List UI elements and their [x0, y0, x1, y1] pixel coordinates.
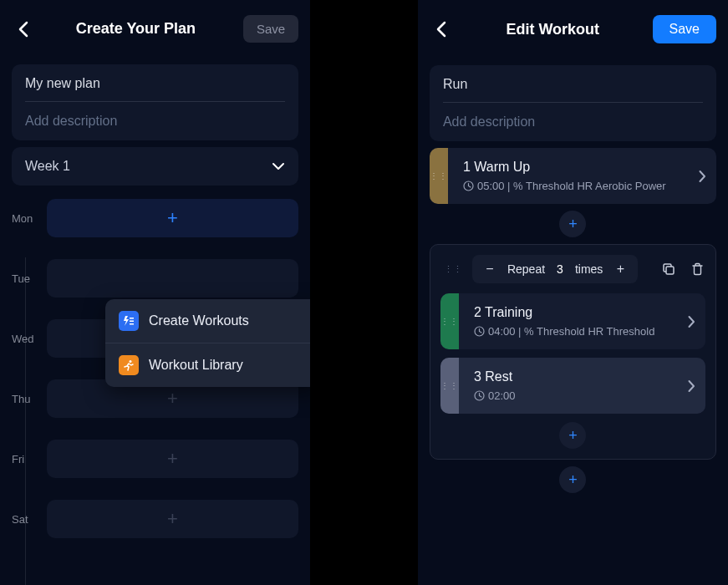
- timeline-rule: [25, 257, 26, 585]
- week-label: Week 1: [25, 159, 70, 174]
- chevron-right-icon: [688, 379, 695, 393]
- day-label: Sat: [12, 513, 47, 526]
- decrement-button[interactable]: −: [481, 260, 499, 278]
- back-button[interactable]: [12, 18, 35, 41]
- interval-meta-text: 04:00 | % Threshold HR Threshold: [488, 325, 654, 338]
- day-label: Mon: [12, 212, 47, 225]
- day-slot[interactable]: +: [47, 500, 298, 538]
- svg-rect-2: [130, 323, 134, 325]
- drag-icon: ⋮⋮: [440, 317, 459, 326]
- day-label: Wed: [12, 333, 47, 345]
- clock-icon: [474, 390, 485, 401]
- day-row-mon: Mon +: [12, 199, 298, 237]
- svg-rect-0: [130, 318, 134, 319]
- day-row-tue: Tue: [12, 259, 298, 298]
- interval-info: 1 Warm Up 05:00 | % Threshold HR Aerobic…: [463, 160, 699, 192]
- clock-icon: [463, 181, 474, 191]
- interval-body: 1 Warm Up 05:00 | % Threshold HR Aerobic…: [448, 148, 716, 204]
- drag-handle[interactable]: ⋮⋮: [440, 293, 459, 349]
- bolt-list-icon: [119, 311, 139, 331]
- week-selector[interactable]: Week 1: [12, 147, 298, 186]
- day-row-fri: Fri +: [12, 440, 298, 478]
- running-icon: [119, 355, 139, 375]
- interval-title: 2 Training: [474, 305, 688, 320]
- workout-details-card: [430, 65, 716, 141]
- add-interval-button[interactable]: +: [559, 466, 586, 493]
- add-interval-button[interactable]: +: [559, 211, 586, 237]
- repeat-group: ⋮⋮ − Repeat 3 times + ⋮⋮: [430, 244, 716, 460]
- add-interval-row: +: [418, 211, 728, 237]
- save-button[interactable]: Save: [653, 15, 716, 43]
- interval-meta: 05:00 | % Threshold HR Aerobic Power: [463, 180, 699, 192]
- edit-workout-screen: Edit Workout Save ⋮⋮ 1 Warm Up 05:00 | %…: [418, 0, 728, 585]
- day-slot[interactable]: [47, 259, 298, 298]
- menu-item-label: Create Workouts: [149, 313, 249, 328]
- interval-meta: 02:00: [474, 389, 688, 402]
- plus-icon: +: [167, 207, 178, 229]
- plus-icon: +: [568, 427, 578, 445]
- plan-name-input[interactable]: [25, 76, 285, 102]
- add-interval-row: +: [440, 422, 705, 449]
- chevron-left-icon: [18, 21, 28, 38]
- duplicate-button[interactable]: [660, 261, 677, 277]
- day-label: Thu: [12, 393, 47, 405]
- page-title: Create Your Plan: [35, 20, 237, 38]
- svg-rect-6: [666, 267, 674, 274]
- drag-handle[interactable]: ⋮⋮: [430, 148, 448, 204]
- header: Edit Workout Save: [418, 0, 728, 58]
- interval-title: 3 Rest: [474, 369, 688, 384]
- training-interval[interactable]: ⋮⋮ 2 Training 04:00 | % Threshold HR Thr…: [440, 293, 705, 349]
- repeat-suffix: times: [575, 262, 603, 276]
- plus-icon: +: [167, 448, 178, 470]
- trash-icon: [691, 262, 704, 276]
- day-slot[interactable]: +: [47, 199, 298, 237]
- menu-item-label: Workout Library: [149, 358, 243, 373]
- plan-description-input[interactable]: [25, 114, 285, 129]
- workout-description-input[interactable]: [443, 114, 703, 130]
- clock-icon: [474, 326, 485, 337]
- day-row-sat: Sat +: [12, 500, 298, 538]
- create-plan-screen: Create Your Plan Save Week 1 Mon + Tue W…: [0, 0, 310, 585]
- plan-details-card: [12, 64, 298, 140]
- interval-body: 2 Training 04:00 | % Threshold HR Thresh…: [459, 293, 705, 349]
- drag-icon[interactable]: ⋮⋮: [440, 264, 466, 275]
- day-label: Fri: [12, 453, 47, 465]
- save-button[interactable]: Save: [243, 15, 298, 43]
- drag-icon: ⋮⋮: [430, 171, 448, 181]
- repeat-control: − Repeat 3 times +: [472, 255, 638, 283]
- repeat-count: 3: [553, 262, 567, 276]
- day-label: Tue: [12, 272, 47, 285]
- plus-icon: +: [167, 508, 178, 530]
- interval-meta-text: 05:00 | % Threshold HR Aerobic Power: [477, 180, 666, 192]
- interval-title: 1 Warm Up: [463, 160, 699, 175]
- plus-icon: +: [568, 471, 578, 489]
- delete-button[interactable]: [689, 261, 705, 277]
- chevron-right-icon: [699, 170, 706, 183]
- workout-name-input[interactable]: [443, 77, 703, 103]
- plus-icon: +: [167, 388, 178, 410]
- drag-icon: ⋮⋮: [440, 381, 459, 390]
- add-interval-button[interactable]: +: [559, 422, 586, 449]
- svg-point-3: [130, 360, 132, 363]
- workout-library-item[interactable]: Workout Library: [105, 343, 310, 387]
- increment-button[interactable]: +: [611, 260, 629, 278]
- repeat-header: ⋮⋮ − Repeat 3 times +: [440, 255, 705, 283]
- page-title: Edit Workout: [453, 21, 653, 38]
- day-slot[interactable]: +: [47, 440, 298, 478]
- copy-icon: [662, 262, 675, 276]
- interval-info: 2 Training 04:00 | % Threshold HR Thresh…: [474, 305, 688, 338]
- chevron-left-icon: [436, 21, 446, 38]
- interval-meta-text: 02:00: [488, 389, 516, 402]
- back-button[interactable]: [430, 18, 453, 41]
- warmup-interval[interactable]: ⋮⋮ 1 Warm Up 05:00 | % Threshold HR Aero…: [430, 148, 716, 204]
- header: Create Your Plan Save: [0, 0, 310, 58]
- chevron-down-icon: [272, 162, 285, 170]
- add-interval-row: +: [418, 466, 728, 493]
- svg-rect-1: [130, 321, 134, 323]
- repeat-label: Repeat: [507, 262, 545, 276]
- create-workouts-item[interactable]: Create Workouts: [105, 299, 310, 343]
- rest-interval[interactable]: ⋮⋮ 3 Rest 02:00: [440, 358, 705, 414]
- drag-handle[interactable]: ⋮⋮: [440, 358, 459, 414]
- repeat-actions: [660, 261, 705, 277]
- interval-meta: 04:00 | % Threshold HR Threshold: [474, 325, 688, 338]
